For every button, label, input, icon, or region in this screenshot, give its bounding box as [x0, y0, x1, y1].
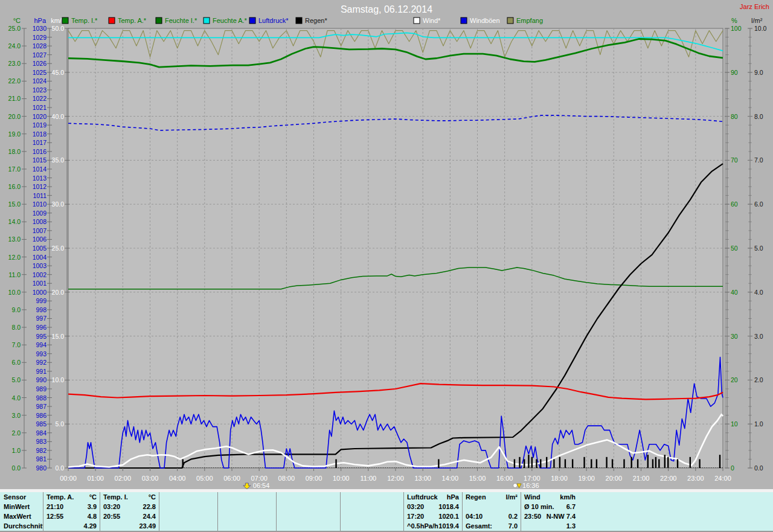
- tick-label: 1008: [33, 218, 47, 225]
- table-column-empty: [218, 492, 277, 531]
- tick-label: 60: [731, 200, 738, 208]
- tick-label: 25.0: [52, 245, 65, 252]
- tick-label: 2.0: [11, 429, 21, 437]
- x-axis-label: 16:00: [496, 475, 513, 482]
- tick-label: 8.0: [754, 113, 763, 120]
- tick-label: 0.0: [754, 464, 763, 472]
- tick-label: 3.0: [11, 412, 21, 419]
- tick-label: 1016: [33, 148, 47, 155]
- table-column-regen: Regenl/m²04:100.2Gesamt:7.0: [463, 492, 521, 531]
- x-axis-label: 11:00: [360, 475, 376, 482]
- table-column-empty: [159, 492, 218, 531]
- table-column-temp-i-: Temp. I.°C03:2022.820:5524.423.49: [100, 492, 159, 531]
- tick-label: 1000: [33, 289, 47, 296]
- x-axis-label: 19:00: [578, 475, 595, 482]
- tick-label: 6.0: [754, 200, 763, 208]
- row-label: MinWert: [0, 502, 43, 511]
- watermark-label: Jarz Erich: [740, 3, 769, 10]
- tick-label: 1013: [33, 175, 47, 182]
- table-cell: [159, 511, 217, 521]
- tick-label: 1011: [33, 192, 47, 199]
- tick-label: 21.0: [8, 95, 21, 102]
- tick-label: 20.0: [52, 289, 65, 296]
- legend-swatch: [414, 18, 420, 24]
- table-column-empty: [277, 492, 341, 531]
- tick-label: 50: [731, 245, 738, 252]
- column-header: [218, 492, 276, 502]
- legend-swatch: [156, 18, 162, 24]
- rain-tick-bar: [540, 459, 541, 468]
- column-header: [277, 492, 340, 502]
- row-label: MaxWert: [0, 511, 43, 521]
- tick-label: 10.0: [8, 289, 21, 296]
- tick-label: 1026: [33, 60, 47, 67]
- tick-label: 0.0: [11, 464, 21, 472]
- rain-tick-bar: [438, 459, 439, 468]
- table-cell: 03:2022.8: [100, 502, 159, 511]
- legend-label: Feuchte I.*: [165, 17, 197, 24]
- column-header: [341, 492, 403, 502]
- legend-label: Temp. A.*: [118, 17, 147, 24]
- legend-label: Feuchte A.*: [213, 17, 248, 24]
- tick-label: 1.0: [754, 420, 763, 428]
- table-cell: 23.49: [100, 521, 159, 531]
- tick-label: 30: [731, 333, 738, 340]
- table-column-luftdruck: LuftdruckhPa03:201018.417:201020.1^0.5hP…: [404, 492, 463, 531]
- rain-tick-bar: [514, 459, 515, 468]
- table-cell: [277, 511, 340, 521]
- tick-label: 1001: [33, 280, 47, 287]
- tick-label: 6.0: [11, 359, 21, 366]
- table-column-temp-a-: Temp. A.°C21:103.912:554.84.29: [43, 492, 100, 531]
- tick-label: 40.0: [52, 113, 65, 120]
- tick-label: 20.0: [8, 113, 21, 120]
- tick-label: 70: [731, 156, 738, 164]
- x-axis-label: 09:00: [306, 475, 322, 482]
- tick-label: 15.0: [52, 333, 65, 340]
- table-cell: 4.29: [43, 521, 100, 531]
- tick-label: 5.0: [55, 420, 64, 428]
- tick-label: 16.0: [8, 183, 21, 190]
- tick-label: 1020: [33, 113, 47, 120]
- unit-temp-c: °C: [13, 17, 21, 24]
- table-cell: 17:201020.1: [404, 511, 462, 521]
- tick-label: 1029: [33, 34, 47, 41]
- table-cell: [159, 502, 217, 511]
- column-header: LuftdruckhPa: [404, 492, 462, 502]
- x-axis-label: 00:00: [60, 475, 77, 482]
- x-axis-label: 10:00: [333, 475, 350, 482]
- rain-tick-bar: [623, 459, 624, 468]
- rain-tick-bar: [699, 459, 700, 468]
- rain-tick-bar: [612, 459, 613, 468]
- x-axis-label: 20:00: [606, 475, 623, 482]
- tick-label: 4.0: [754, 289, 763, 296]
- tick-label: 13.0: [8, 236, 21, 243]
- legend-item: Temp. I.*: [62, 17, 98, 24]
- table-cell: [277, 521, 340, 531]
- rain-tick-bar: [553, 459, 554, 468]
- legend-item: Empfang: [507, 17, 543, 24]
- tick-label: 1021: [33, 104, 47, 111]
- rain-tick-bar: [559, 457, 560, 468]
- x-axis-label: 04:00: [169, 475, 186, 482]
- tick-label: 997: [36, 315, 47, 322]
- tick-label: 999: [36, 297, 47, 304]
- tick-label: 14.0: [8, 218, 21, 225]
- weather-chart: Samstag, 06.12.2014 Jarz Erich °C hPa km…: [0, 0, 773, 489]
- x-axis-label: 15:00: [469, 475, 486, 482]
- table-cell: Gesamt:7.0: [463, 521, 521, 531]
- table-column-wind: Windkm/hØ 10 min.6.723:50N-NW 7.41.3: [521, 492, 579, 531]
- tick-label: 1019: [33, 121, 47, 129]
- x-axis-label: 24:00: [714, 475, 731, 482]
- tick-label: 1010: [33, 200, 47, 208]
- rain-tick-bar: [519, 457, 520, 468]
- tick-label: 19.0: [8, 130, 21, 138]
- tick-label: 100: [731, 25, 742, 32]
- table-cell: [159, 521, 217, 531]
- tick-label: 11.0: [8, 271, 21, 278]
- x-axis-label: 05:00: [196, 475, 213, 482]
- tick-label: 983: [36, 438, 47, 445]
- table-cell: [341, 511, 403, 521]
- legend-item: Luftdruck*: [249, 17, 289, 24]
- chart-area: Samstag, 06.12.2014 Jarz Erich °C hPa km…: [0, 0, 773, 489]
- rain-tick-bar: [677, 459, 678, 468]
